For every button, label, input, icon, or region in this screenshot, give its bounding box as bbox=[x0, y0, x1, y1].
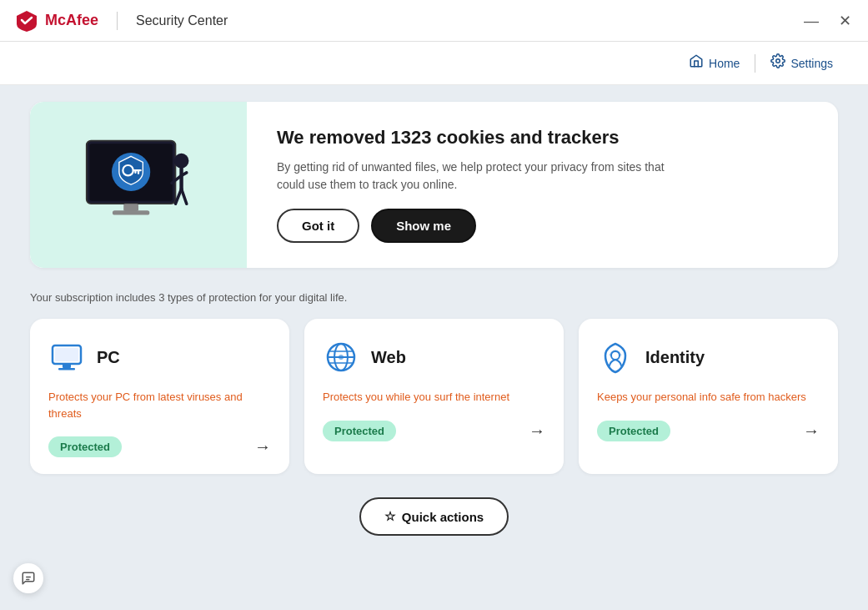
status-badge-pc: Protected bbox=[48, 436, 122, 457]
logo-area: McAfee Security Center bbox=[13, 9, 228, 33]
card-footer-identity: Protected → bbox=[597, 421, 820, 441]
card-title-web: Web bbox=[371, 348, 406, 367]
identity-icon bbox=[597, 339, 634, 376]
card-footer-web: Protected → bbox=[323, 421, 545, 441]
nav-home[interactable]: Home bbox=[674, 47, 755, 79]
app-name-text: Security Center bbox=[136, 13, 228, 28]
status-badge-identity: Protected bbox=[597, 421, 670, 441]
svg-rect-17 bbox=[55, 348, 78, 361]
star-icon: ☆ bbox=[384, 509, 395, 524]
banner-content: We removed 1323 cookies and trackers By … bbox=[247, 102, 724, 268]
show-me-button[interactable]: Show me bbox=[371, 209, 476, 243]
card-title-identity: Identity bbox=[645, 348, 705, 367]
nav-home-label: Home bbox=[709, 57, 740, 70]
mcafee-logo: McAfee bbox=[13, 9, 98, 33]
title-bar: McAfee Security Center — ✕ bbox=[0, 0, 868, 42]
card-title-pc: PC bbox=[97, 348, 120, 367]
banner-illustration bbox=[30, 102, 247, 268]
card-desc-web: Protects you while you surf the internet bbox=[323, 389, 545, 406]
protection-card-identity[interactable]: Identity Keeps your personal info safe f… bbox=[579, 319, 838, 474]
card-header-web: Web bbox=[323, 339, 545, 376]
banner-description: By getting rid of unwanted files, we hel… bbox=[277, 159, 694, 194]
svg-point-0 bbox=[776, 59, 780, 63]
svg-rect-9 bbox=[113, 210, 149, 214]
banner-card: We removed 1323 cookies and trackers By … bbox=[30, 102, 838, 268]
quick-actions-label: Quick actions bbox=[402, 510, 484, 524]
main-content: We removed 1323 cookies and trackers By … bbox=[0, 85, 868, 610]
minimize-button[interactable]: — bbox=[800, 12, 822, 30]
nav-settings-label: Settings bbox=[790, 57, 833, 70]
nav-settings[interactable]: Settings bbox=[755, 47, 848, 79]
protection-card-pc[interactable]: PC Protects your PC from latest viruses … bbox=[30, 319, 289, 474]
subscription-text: Your subscription includes 3 types of pr… bbox=[30, 291, 838, 304]
title-divider bbox=[117, 12, 118, 30]
pc-icon bbox=[48, 339, 85, 376]
arrow-button-identity[interactable]: → bbox=[803, 421, 820, 441]
banner-monitor-svg bbox=[72, 127, 205, 244]
chat-icon bbox=[21, 571, 36, 586]
card-footer-pc: Protected → bbox=[48, 436, 271, 457]
svg-rect-19 bbox=[58, 368, 75, 371]
svg-line-14 bbox=[175, 189, 181, 204]
mcafee-logo-icon bbox=[13, 9, 40, 33]
nav-bar: Home Settings bbox=[0, 42, 868, 85]
svg-rect-18 bbox=[63, 364, 71, 368]
card-desc-identity: Keeps your personal info safe from hacke… bbox=[597, 389, 820, 406]
window-controls: — ✕ bbox=[800, 12, 855, 30]
svg-rect-8 bbox=[123, 204, 138, 211]
arrow-button-web[interactable]: → bbox=[529, 421, 545, 441]
close-button[interactable]: ✕ bbox=[835, 12, 855, 30]
protection-grid: PC Protects your PC from latest viruses … bbox=[30, 319, 838, 474]
quick-actions-button[interactable]: ☆ Quick actions bbox=[359, 497, 509, 536]
home-icon bbox=[689, 53, 704, 73]
quick-actions-wrap: ☆ Quick actions bbox=[30, 497, 838, 536]
banner-title: We removed 1323 cookies and trackers bbox=[277, 127, 694, 149]
card-desc-pc: Protects your PC from latest viruses and… bbox=[48, 389, 271, 421]
got-it-button[interactable]: Got it bbox=[277, 209, 359, 243]
chat-bubble-button[interactable] bbox=[13, 563, 43, 593]
protection-card-web[interactable]: Web Protects you while you surf the inte… bbox=[304, 319, 564, 474]
svg-line-15 bbox=[182, 189, 187, 204]
settings-icon bbox=[770, 53, 785, 73]
card-header-pc: PC bbox=[48, 339, 271, 376]
svg-point-10 bbox=[174, 153, 189, 168]
web-icon bbox=[323, 339, 359, 376]
logo-brand-text: McAfee bbox=[45, 12, 98, 29]
banner-actions: Got it Show me bbox=[277, 209, 694, 243]
arrow-button-pc[interactable]: → bbox=[254, 437, 271, 456]
svg-point-25 bbox=[339, 355, 344, 360]
status-badge-web: Protected bbox=[323, 421, 396, 441]
card-header-identity: Identity bbox=[597, 339, 820, 376]
